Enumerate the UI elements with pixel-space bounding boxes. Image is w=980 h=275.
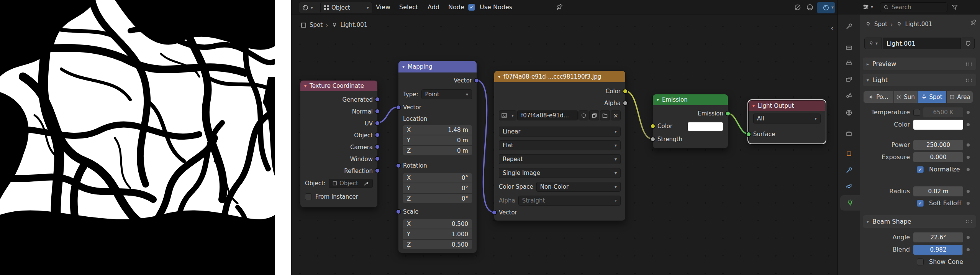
socket-alpha-out[interactable] [623,100,628,106]
type-dropdown[interactable]: Point ▾ [421,89,472,99]
soft-falloff-checkbox[interactable]: ✓ [917,200,924,207]
breadcrumb-data[interactable]: Light.001 [905,21,932,28]
material-preview-icon[interactable] [806,3,814,11]
region-expand-arrow[interactable]: ‹ [831,23,834,33]
socket-normal[interactable] [375,109,380,114]
collapse-icon[interactable]: ▾ [657,97,659,102]
source-dropdown[interactable]: Single Image▾ [499,168,621,178]
rotation-z-field[interactable]: Z0° [403,194,472,203]
alpha-dropdown[interactable]: Straight▾ [518,196,621,206]
socket-strength-in[interactable] [650,137,656,142]
decorator-dot[interactable] [967,248,970,251]
collapse-icon[interactable]: ▾ [402,64,405,69]
decorator-dot[interactable] [967,156,970,159]
radius-field[interactable]: 0.02 m [913,186,963,196]
breadcrumb-object[interactable]: Spot [874,21,887,28]
collapse-icon[interactable]: ▾ [752,103,755,109]
scale-x-field[interactable]: X0.500 [403,219,472,229]
decorator-dot[interactable] [967,168,970,171]
tab-modifiers[interactable] [838,163,860,178]
node-texture-coordinate[interactable]: ▾ Texture Coordinate Generated Normal UV… [300,80,378,207]
decorator-dot[interactable] [967,123,970,126]
shader-mode-dropdown[interactable]: Object ▾ [320,2,372,13]
datablock-name-field[interactable]: Light.001 [883,38,961,49]
temperature-checkbox[interactable] [913,109,920,116]
socket-object[interactable] [375,132,380,138]
socket-emission-out[interactable] [725,111,731,116]
socket-uv[interactable] [375,120,380,126]
search-input[interactable]: Search [880,2,947,12]
tab-world[interactable] [838,105,860,120]
filter-icon[interactable] [951,4,958,11]
output-target-dropdown[interactable]: All▾ [753,114,821,124]
duplicate-icon[interactable] [589,110,599,120]
drag-handle[interactable] [965,62,972,66]
node-header[interactable]: ▾ Texture Coordinate [300,81,377,91]
show-cone-checkbox[interactable] [917,259,924,265]
light-id-dropdown[interactable]: ▾ [864,38,882,49]
menu-view[interactable]: View [374,0,393,15]
drag-handle[interactable] [965,220,972,223]
breadcrumb-object[interactable]: Light.001 [341,21,368,28]
socket-color-in[interactable] [650,124,656,129]
tab-object[interactable] [838,146,860,161]
from-instancer-checkbox[interactable] [305,193,312,200]
use-nodes-checkbox[interactable]: ✓ [468,4,475,11]
normalize-checkbox[interactable]: ✓ [917,166,924,173]
menu-select[interactable]: Select [397,0,420,15]
unlink-close-icon[interactable]: × [611,110,621,120]
tab-render[interactable] [838,40,860,55]
open-folder-icon[interactable] [600,110,610,120]
fake-user-icon[interactable] [962,38,975,49]
rotation-y-field[interactable]: Y0° [403,183,472,193]
scale-y-field[interactable]: Y1.000 [403,229,472,239]
interpolation-dropdown[interactable]: Linear▾ [499,127,621,137]
tab-view-layer[interactable] [838,72,860,87]
panel-beam-shape[interactable]: ▾ Beam Shape [863,215,976,228]
tab-scene[interactable] [838,87,860,103]
angle-field[interactable]: 22.6° [913,232,963,242]
socket-scale-in[interactable] [396,209,401,214]
tab-object-data[interactable] [840,195,860,211]
node-image-texture[interactable]: ▾ f07f4a08-e91d-...ccc981190f3.jpg Color… [494,71,626,221]
extension-dropdown[interactable]: Repeat▾ [499,154,621,164]
socket-window[interactable] [375,156,380,161]
socket-vector-in[interactable] [492,210,497,215]
light-color-swatch[interactable] [913,120,963,130]
tab-tool[interactable] [838,19,860,34]
socket-reflection[interactable] [375,168,380,173]
panel-preview[interactable]: ▸ Preview [863,58,976,70]
light-type-point[interactable]: Po... [864,91,893,103]
node-header[interactable]: ▾ Mapping [398,61,477,72]
decorator-dot[interactable] [967,190,970,193]
decorator-dot[interactable] [967,111,970,114]
socket-generated[interactable] [375,97,380,102]
socket-surface-in[interactable] [746,132,751,137]
tab-physics[interactable] [838,179,860,194]
decorator-dot[interactable] [967,143,970,147]
decorator-dot[interactable] [967,202,970,205]
socket-camera[interactable] [375,144,380,150]
node-light-output[interactable]: ▾ Light Output All▾ Surface [748,100,826,143]
scale-z-field[interactable]: Z0.500 [403,240,472,249]
emission-color-swatch[interactable] [687,122,723,131]
light-type-area[interactable]: Area [947,91,973,103]
blend-slider[interactable]: 0.982 [913,245,963,255]
tab-output[interactable] [838,56,860,71]
editor-type-button[interactable]: ▾ [299,2,323,13]
projection-dropdown[interactable]: Flat▾ [499,140,621,150]
rotation-x-field[interactable]: X0° [403,173,472,183]
image-browse-dropdown[interactable]: ▾ [499,110,516,120]
pin-icon[interactable] [970,19,977,26]
link-drag-icon[interactable] [794,3,801,11]
tab-collection[interactable] [838,126,860,141]
collapse-icon[interactable]: ▾ [304,83,306,89]
temperature-field[interactable]: 6500 K [923,107,963,117]
chevron-down-icon[interactable]: ▾ [831,5,834,10]
location-z-field[interactable]: Z0 m [403,146,472,155]
node-emission[interactable]: ▾ Emission Emission Color Strength [652,94,728,148]
panel-light[interactable]: ▾ Light [863,74,976,86]
light-type-sun[interactable]: Sun [894,91,917,103]
socket-rotation-in[interactable] [396,163,401,168]
properties-editor-type-button[interactable]: ▾ [862,3,873,10]
